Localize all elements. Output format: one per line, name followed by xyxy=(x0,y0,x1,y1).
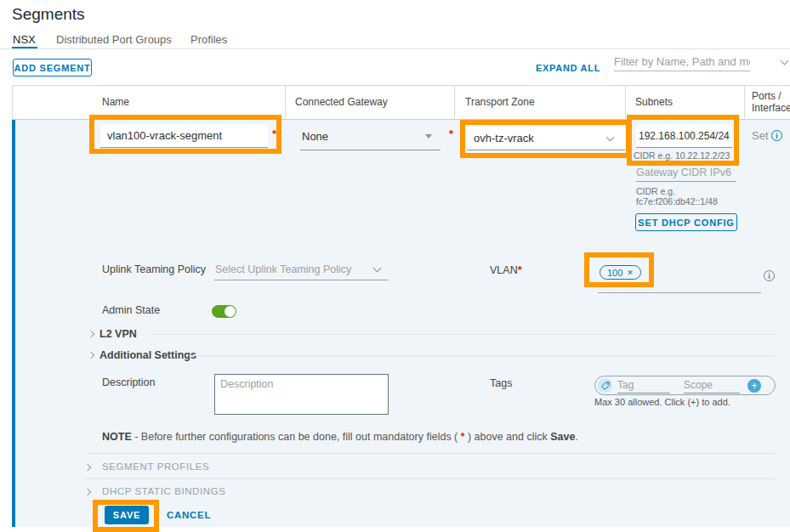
expand-all-link[interactable]: EXPAND ALL xyxy=(536,63,600,73)
expanded-row-indicator-bar xyxy=(12,120,15,527)
name-required-marker: * xyxy=(272,127,276,140)
tab-nsx[interactable]: NSX xyxy=(13,33,36,46)
note-after: ) above and click xyxy=(464,431,550,443)
toggle-knob xyxy=(224,306,236,317)
ports-set-label[interactable]: Set xyxy=(752,129,769,142)
col-divider-3 xyxy=(625,86,626,118)
vlan-label-text: VLAN xyxy=(490,264,518,276)
column-header-transport-zone: Transport Zone xyxy=(465,96,535,108)
note-before: - Before further configurations can be d… xyxy=(132,431,461,443)
col-divider-4 xyxy=(744,86,745,118)
vlan-info-icon[interactable]: i xyxy=(764,270,775,281)
col-divider-2 xyxy=(454,86,455,118)
set-dhcp-config-button[interactable]: SET DHCP CONFIG xyxy=(635,213,737,231)
connected-gateway-select[interactable]: None xyxy=(302,130,328,143)
subnets-input[interactable] xyxy=(636,124,732,148)
filter-icon[interactable] xyxy=(781,57,789,65)
table-left-border xyxy=(12,85,13,119)
uplink-teaming-policy-select[interactable]: Select Uplink Teaming Policy xyxy=(215,263,351,275)
tab-profiles[interactable]: Profiles xyxy=(190,33,227,46)
transport-zone-value: ovh-tz-vrack xyxy=(474,132,534,144)
tags-label: Tags xyxy=(490,377,512,389)
table-top-border xyxy=(12,85,790,86)
vlan-underline xyxy=(598,292,761,293)
note-prefix: NOTE xyxy=(102,431,132,443)
save-button[interactable]: SAVE xyxy=(105,506,149,524)
connected-gateway-underline xyxy=(300,150,440,150)
uplink-teaming-policy-label: Uplink Teaming Policy xyxy=(102,263,206,275)
vlan-chip[interactable]: 100 ✕ xyxy=(600,265,641,280)
connected-gateway-caret-icon[interactable] xyxy=(425,134,432,139)
admin-state-label: Admin State xyxy=(102,304,160,316)
admin-state-toggle[interactable] xyxy=(212,305,236,318)
segment-profiles-divider xyxy=(85,478,776,479)
cancel-button[interactable]: CANCEL xyxy=(167,510,211,520)
description-textarea[interactable] xyxy=(214,374,389,415)
segment-profiles-section[interactable]: SEGMENT PROFILES xyxy=(102,461,209,472)
note-period: . xyxy=(575,431,577,443)
scope-input[interactable] xyxy=(684,378,740,393)
additional-settings-section[interactable]: Additional Settings xyxy=(99,349,196,361)
column-header-connected-gateway: Connected Gateway xyxy=(295,96,388,108)
tags-input-group: + xyxy=(594,376,776,395)
column-header-name: Name xyxy=(102,96,129,108)
filter-input[interactable] xyxy=(614,53,750,71)
vlan-required-marker: * xyxy=(518,263,522,276)
note-save-word: Save xyxy=(550,431,575,443)
gateway-cidr-ipv6-input[interactable] xyxy=(636,163,736,182)
tags-hint: Max 30 allowed. Click (+) to add. xyxy=(594,397,730,407)
note-text: NOTE - Before further configurations can… xyxy=(102,431,748,443)
transport-zone-chevron-icon xyxy=(606,133,615,142)
ports-info-icon[interactable]: i xyxy=(771,130,782,141)
ipv6-cidr-hint-line2: fc7e:f206:db42::1/48 xyxy=(636,196,718,207)
column-header-subnets: Subnets xyxy=(635,96,673,108)
vlan-chip-value: 100 xyxy=(607,268,622,278)
add-segment-button[interactable]: ADD SEGMENT xyxy=(13,59,92,76)
segments-page: Segments NSX Distributed Port Groups Pro… xyxy=(0,0,790,532)
col-divider-1 xyxy=(285,86,286,118)
tabs-divider xyxy=(0,48,790,49)
tab-distributed-port-groups[interactable]: Distributed Port Groups xyxy=(56,33,172,46)
additional-settings-line xyxy=(189,355,776,356)
dhcp-static-bindings-section[interactable]: DHCP STATIC BINDINGS xyxy=(102,486,226,496)
description-label: Description xyxy=(102,376,156,388)
add-tag-button[interactable]: + xyxy=(747,379,761,393)
connected-gateway-required-marker: * xyxy=(449,127,453,140)
segment-name-input[interactable] xyxy=(100,124,268,148)
page-title: Segments xyxy=(12,5,85,24)
vlan-label: VLAN* xyxy=(490,263,522,276)
tag-input[interactable] xyxy=(617,378,670,393)
l2vpn-section[interactable]: L2 VPN xyxy=(99,328,137,340)
transport-zone-select[interactable]: ovh-tz-vrack xyxy=(467,127,625,150)
subnets-cidr-hint: CIDR e.g. 10.22.12.2/23 xyxy=(634,150,730,161)
column-header-ports-interface: Ports / Interface xyxy=(752,90,790,114)
l2vpn-line xyxy=(150,334,776,335)
tag-icon xyxy=(598,378,612,393)
uplink-underline xyxy=(214,280,389,280)
vlan-chip-remove-icon[interactable]: ✕ xyxy=(627,269,634,277)
note-divider xyxy=(85,453,776,454)
